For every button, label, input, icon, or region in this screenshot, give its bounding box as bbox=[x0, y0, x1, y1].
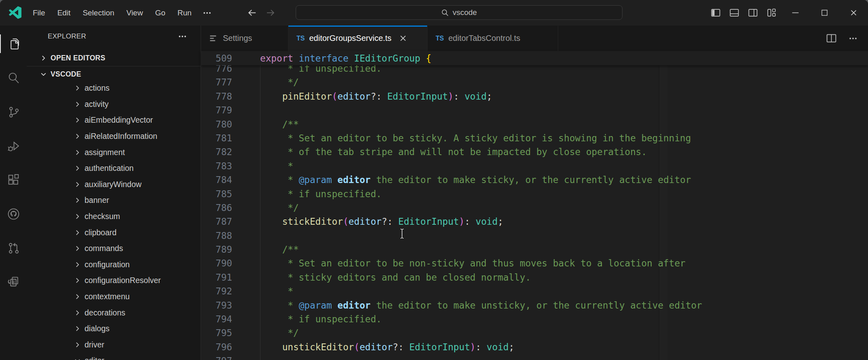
code-line: 789 /** bbox=[201, 243, 868, 256]
tab-editorgroupsservice-ts[interactable]: TSeditorGroupsService.ts bbox=[288, 26, 428, 51]
code-line: 784 * @param editor the editor to make s… bbox=[201, 173, 868, 187]
tree-item-label: commands bbox=[85, 244, 123, 253]
tree-item-actions[interactable]: actions bbox=[27, 80, 201, 96]
code-line-text bbox=[232, 229, 260, 243]
layout-panel-icon[interactable] bbox=[725, 0, 743, 26]
sticky-line-number: 509 bbox=[201, 53, 232, 64]
code-line-text: */ bbox=[232, 201, 299, 215]
activitybar-github-icon[interactable] bbox=[4, 204, 23, 224]
code-line: 796 unstickEditor(editor?: EditorInput):… bbox=[201, 340, 868, 354]
tree-item-label: checksum bbox=[85, 212, 120, 221]
menu-selection[interactable]: Selection bbox=[76, 6, 120, 20]
line-number: 785 bbox=[201, 187, 232, 201]
tab-settings[interactable]: Settings bbox=[201, 26, 288, 51]
tree-item-label: dialogs bbox=[85, 324, 110, 333]
menu-view[interactable]: View bbox=[121, 6, 149, 20]
explorer-sidebar: EXPLORER OPEN EDITORS VSCODE actionsacti… bbox=[27, 26, 201, 360]
code-line: 786 */ bbox=[201, 201, 868, 215]
tree-item-configurationResolver[interactable]: configurationResolver bbox=[27, 273, 201, 289]
line-number: 789 bbox=[201, 243, 232, 256]
chevron-right-icon bbox=[74, 341, 81, 348]
window-maximize-button[interactable] bbox=[810, 0, 839, 26]
layout-sidebar-left-icon[interactable] bbox=[706, 0, 725, 26]
code-line-text: * bbox=[232, 284, 293, 298]
tree-item-dialogs[interactable]: dialogs bbox=[27, 321, 201, 337]
go-forward-icon[interactable] bbox=[266, 8, 275, 17]
section-label: OPEN EDITORS bbox=[51, 54, 106, 62]
tree-item-driver[interactable]: driver bbox=[27, 337, 201, 353]
activitybar-source-control-icon[interactable] bbox=[4, 102, 23, 121]
menu-go[interactable]: Go bbox=[149, 6, 171, 20]
activitybar-pull-requests-icon[interactable] bbox=[4, 238, 23, 258]
tree-item-label: clipboard bbox=[85, 228, 116, 237]
code-line: 787 stickEditor(editor?: EditorInput): v… bbox=[201, 215, 868, 228]
sidebar-more-icon[interactable] bbox=[178, 32, 187, 41]
menu-more-icon[interactable] bbox=[198, 6, 216, 20]
code-line-text: stickEditor(editor?: EditorInput): void; bbox=[232, 215, 503, 228]
menu-run[interactable]: Run bbox=[171, 6, 198, 20]
tree-item-clipboard[interactable]: clipboard bbox=[27, 224, 201, 241]
go-back-icon[interactable] bbox=[248, 8, 257, 17]
code-line-text: * if unspecified. bbox=[232, 312, 382, 326]
tree-item-decorations[interactable]: decorations bbox=[27, 305, 201, 321]
line-number: 795 bbox=[201, 326, 232, 340]
menu-file[interactable]: File bbox=[27, 6, 51, 20]
code-line-text: /** bbox=[232, 117, 299, 131]
vscode-logo-icon bbox=[8, 6, 21, 19]
menu-edit[interactable]: Edit bbox=[51, 6, 77, 20]
tab-editortabscontrol-ts[interactable]: TSeditorTabsControl.ts bbox=[428, 26, 558, 51]
command-center-search[interactable]: vscode bbox=[296, 5, 622, 20]
split-editor-icon[interactable] bbox=[826, 32, 837, 44]
chevron-right-icon bbox=[74, 213, 81, 220]
section-vscode[interactable]: VSCODE bbox=[27, 66, 201, 82]
tree-item-aiRelatedInformation[interactable]: aiRelatedInformation bbox=[27, 128, 201, 145]
tree-item-aiEmbeddingVector[interactable]: aiEmbeddingVector bbox=[27, 112, 201, 128]
tree-item-label: authentication bbox=[85, 164, 133, 173]
line-number: 793 bbox=[201, 298, 232, 312]
chevron-right-icon bbox=[74, 229, 81, 236]
tree-item-auxiliaryWindow[interactable]: auxiliaryWindow bbox=[27, 177, 201, 193]
tree-item-label: driver bbox=[85, 340, 104, 349]
code-line: 780 /** bbox=[201, 117, 868, 131]
code-line: 788 bbox=[201, 229, 868, 243]
tree-item-checksum[interactable]: checksum bbox=[27, 209, 201, 225]
chevron-right-icon bbox=[74, 245, 81, 252]
tree-item-authentication[interactable]: authentication bbox=[27, 160, 201, 177]
chevron-right-icon bbox=[74, 101, 81, 108]
chevron-down-icon bbox=[74, 357, 81, 360]
window-close-button[interactable] bbox=[839, 0, 868, 26]
code-line: 783 * bbox=[201, 159, 868, 173]
tree-item-configuration[interactable]: configuration bbox=[27, 257, 201, 273]
code-line-text: * of the tab stripe and will not be impa… bbox=[232, 145, 647, 159]
activitybar-references-icon[interactable] bbox=[4, 272, 23, 292]
tree-item-assignment[interactable]: assignment bbox=[27, 144, 201, 160]
sticky-line-text: export interface IEditorGroup { bbox=[232, 53, 432, 64]
code-line: 794 * if unspecified. bbox=[201, 312, 868, 326]
tree-item-activity[interactable]: activity bbox=[27, 96, 201, 113]
tree-item-banner[interactable]: banner bbox=[27, 192, 201, 209]
tree-item-contextmenu[interactable]: contextmenu bbox=[27, 289, 201, 305]
activitybar-run-debug-icon[interactable] bbox=[4, 136, 23, 156]
sticky-scroll-line[interactable]: 509 export interface IEditorGroup { bbox=[201, 51, 868, 65]
activitybar-extensions-icon[interactable] bbox=[4, 170, 23, 190]
code-line: 781 * Set an editor to be sticky. A stic… bbox=[201, 131, 868, 145]
layout-customize-icon[interactable] bbox=[762, 0, 781, 26]
code-line-text: /** bbox=[232, 243, 299, 256]
tree-item-editor[interactable]: editor bbox=[27, 353, 201, 360]
chevron-right-icon bbox=[74, 309, 81, 316]
line-number: 792 bbox=[201, 284, 232, 298]
activitybar-explorer-icon[interactable] bbox=[4, 34, 23, 53]
tab-close-icon[interactable] bbox=[399, 34, 407, 42]
activitybar-search-icon[interactable] bbox=[4, 68, 23, 87]
line-number: 782 bbox=[201, 145, 232, 159]
ellipsis-icon[interactable] bbox=[849, 34, 857, 43]
tree-item-commands[interactable]: commands bbox=[27, 241, 201, 257]
editor-content[interactable]: 776 * if unspecified.777 */778 pinEditor… bbox=[201, 51, 868, 360]
code-line-text bbox=[232, 103, 260, 117]
window-minimize-button[interactable] bbox=[781, 0, 810, 26]
layout-sidebar-right-icon[interactable] bbox=[743, 0, 762, 26]
tab-label: editorTabsControl.ts bbox=[448, 34, 520, 43]
line-number: 796 bbox=[201, 340, 232, 354]
section-open-editors[interactable]: OPEN EDITORS bbox=[27, 50, 201, 66]
code-line: 795 */ bbox=[201, 326, 868, 340]
